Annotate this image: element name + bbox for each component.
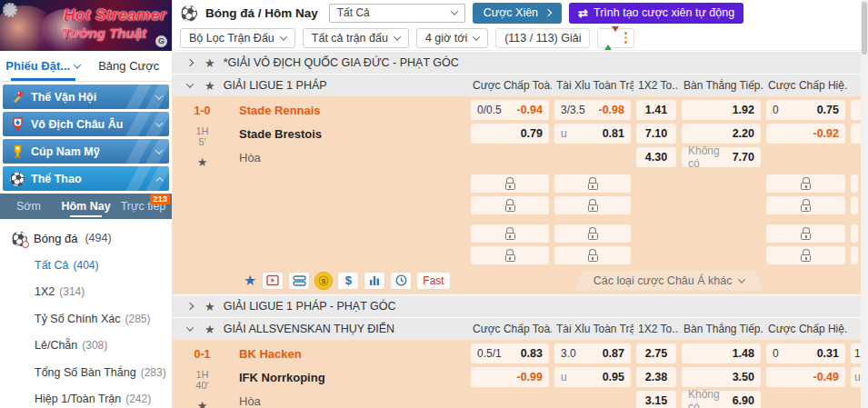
league-header-ligue1-corners[interactable]: ★ GIẢI LIGUE 1 PHÁP - PHẠT GÓC — [173, 294, 861, 317]
locked-odds-cell — [554, 246, 631, 264]
sidebar: Hot Streamer Tường Thuật G Phiếu Đặt... … — [0, 0, 173, 408]
odds-next-goal-home[interactable]: 1.92 — [682, 100, 761, 120]
banner-title: Hot Streamer — [64, 6, 166, 25]
betslip-tabs: Phiếu Đặt... Bảng Cược — [0, 51, 172, 82]
scrollbar-thumb[interactable] — [862, 2, 867, 55]
odds-ou-over[interactable]: 3.0 0.87 — [554, 343, 631, 363]
draw-label: Hòa — [232, 145, 468, 169]
vertical-scrollbar[interactable] — [861, 0, 868, 408]
promo-banner[interactable]: Hot Streamer Tường Thuật G — [0, 0, 172, 51]
odds-1x2-draw[interactable]: 4.30 — [636, 147, 676, 167]
favorite-star-icon[interactable]: ★ — [205, 300, 215, 313]
filter-odd-even[interactable]: Lẻ/Chẵn (308) — [0, 333, 172, 360]
subtab-today[interactable]: Hôm Nay — [57, 194, 115, 219]
odds-hdp1h-home[interactable]: 0 0.31 — [766, 343, 845, 363]
filter-1x2[interactable]: 1X2 (314) — [0, 279, 172, 306]
odds-ou-over[interactable]: 3/3.5 -0.98 — [554, 100, 631, 120]
locked-odds-cell — [766, 174, 845, 193]
stats-button[interactable] — [364, 272, 385, 290]
odds-hdp1h-away[interactable]: -0.92 — [766, 124, 845, 144]
sport-football[interactable]: ⚽ Bóng đá (494) — [0, 224, 172, 252]
chevron-down-icon — [473, 33, 480, 40]
odds-truncated[interactable]: u — [851, 367, 861, 387]
favorite-star-icon[interactable]: ★ — [205, 56, 215, 70]
handicap-point: 0 — [773, 347, 779, 360]
chevron-down-icon — [186, 80, 194, 87]
odds-next-goal-home[interactable]: 1.48 — [682, 343, 761, 363]
subtab-live[interactable]: Trực tiếp 213 — [115, 194, 172, 219]
fast-bet-button[interactable]: Fast — [416, 272, 450, 290]
subtab-early[interactable]: Sớm — [0, 194, 57, 219]
odds-hdp-away[interactable]: 0.79 — [471, 124, 549, 144]
odds-ou-under[interactable]: u 0.95 — [554, 367, 631, 387]
odds-truncated[interactable] — [851, 124, 861, 144]
odds-1x2-away[interactable]: 2.38 — [636, 367, 676, 387]
odds-value: -0.92 — [813, 127, 840, 140]
odds-hdp-home[interactable]: 0.5/1 0.83 — [471, 343, 549, 363]
filter-total-goals[interactable]: Tổng Số Bàn Thắng (283) — [0, 359, 172, 386]
odds-1x2-draw[interactable]: 3.15 — [636, 391, 676, 408]
locked-odds-cell — [766, 224, 845, 243]
odds-next-goal-away[interactable]: 3.50 — [682, 367, 761, 387]
league-header-allsvenskan[interactable]: ★ GIẢI ALLSVENSKAN THỤY ĐIỂN Cược Chấp T… — [173, 317, 861, 340]
banner-subtitle: Tường Thuật — [62, 25, 146, 41]
live-count-badge: 213 — [150, 194, 170, 204]
odds-value: -0.94 — [517, 104, 544, 116]
lock-icon — [505, 233, 515, 240]
sort-button[interactable] — [597, 28, 634, 48]
odds-next-goal-away[interactable]: 2.20 — [682, 124, 761, 144]
more-asian-bets-button[interactable]: Các loại cược Châu Á khác — [575, 271, 763, 291]
money-button[interactable]: $ — [337, 272, 359, 290]
odds-next-goal-none[interactable]: Không có 6.90 — [682, 391, 761, 408]
filter-ht-ft[interactable]: Hiệp 1/Toàn Trận (242) — [0, 386, 172, 408]
coin-button[interactable]: S — [314, 272, 333, 290]
match-filter-dropdown[interactable]: Bộ Lọc Trận Đấu — [180, 28, 295, 48]
history-button[interactable] — [390, 272, 412, 290]
odds-truncated[interactable]: 1 — [851, 343, 861, 363]
filter-correct-score[interactable]: Tỷ Số Chính Xác (285) — [0, 305, 172, 333]
chevron-right-icon — [186, 303, 194, 310]
favorite-star-icon[interactable]: ★ — [197, 399, 208, 408]
odds-1x2-home[interactable]: 2.75 — [636, 343, 676, 363]
all-matches-dropdown[interactable]: Tất cả trận đấu — [303, 28, 409, 48]
odds-1x2-home[interactable]: 1.41 — [636, 100, 676, 120]
league-header-germany-corners[interactable]: ★ *GIẢI VÔ ĐỊCH QUỐC GIA ĐỨC - PHẠT GÓC — [173, 51, 861, 74]
locked-odds-cell — [471, 196, 549, 214]
more-asian-bets-label: Các loại cược Châu Á khác — [594, 274, 733, 287]
pitch-view-button[interactable] — [288, 272, 310, 290]
sidebar-item-sports[interactable]: ⚽ Thể Thao — [3, 166, 169, 191]
topbar: ⚽ Bóng đá / Hôm Nay Tất Cả Cược Xiên ⇄ T… — [173, 0, 861, 25]
odds-hdp-away[interactable]: -0.99 — [471, 367, 549, 387]
odds-next-goal-none[interactable]: Không có 7.70 — [682, 147, 761, 167]
sidebar-item-euro[interactable]: Vô Địch Châu Âu — [3, 112, 169, 136]
gold-cup-icon — [10, 144, 25, 159]
favorite-star-icon[interactable]: ★ — [205, 79, 215, 93]
sidebar-item-copa[interactable]: Cúp Nam Mỹ — [3, 139, 169, 164]
odds-hdp1h-home[interactable]: 0 0.75 — [766, 100, 845, 120]
favorite-star-icon[interactable]: ★ — [205, 323, 215, 336]
league-header-ligue1[interactable]: ★ GIẢI LIGUE 1 PHÁP Cược Chấp Toà... Tài… — [173, 74, 861, 96]
odds-value: 4.30 — [645, 151, 667, 164]
time-range-dropdown[interactable]: 4 giờ tới — [416, 28, 488, 48]
sidebar-item-label: Thể Thao — [31, 173, 82, 185]
filter-count: (404) — [74, 259, 99, 272]
league-select[interactable]: Tất Cả — [329, 4, 465, 23]
tab-bet-board[interactable]: Bảng Cược — [86, 51, 173, 81]
odds-truncated[interactable] — [851, 100, 861, 120]
tab-bet-slip[interactable]: Phiếu Đặt... — [0, 51, 86, 81]
home-team: BK Hacken — [232, 342, 468, 365]
time-range-label: 4 giờ tới — [425, 32, 467, 45]
odds-ou-under[interactable]: u 0.81 — [554, 124, 631, 144]
parlay-button[interactable]: Cược Xiên — [473, 3, 562, 24]
favorite-star-icon[interactable]: ★ — [197, 155, 208, 169]
odds-1x2-away[interactable]: 7.10 — [636, 124, 676, 144]
filter-all[interactable]: Tất Cả (404) — [0, 252, 172, 279]
video-stream-button[interactable] — [262, 272, 284, 290]
favorite-star-button[interactable]: ★ — [244, 272, 256, 289]
odds-hdp-home[interactable]: 0/0.5 -0.94 — [471, 100, 549, 120]
chevron-up-icon — [155, 176, 163, 184]
sidebar-item-olympics[interactable]: Thế Vận Hội — [3, 85, 169, 109]
odds-value: 2.20 — [733, 127, 754, 140]
odds-hdp1h-away[interactable]: -0.49 — [766, 367, 845, 387]
auto-parlay-button[interactable]: ⇄ Trình tạo cược xiên tự động — [569, 3, 743, 24]
